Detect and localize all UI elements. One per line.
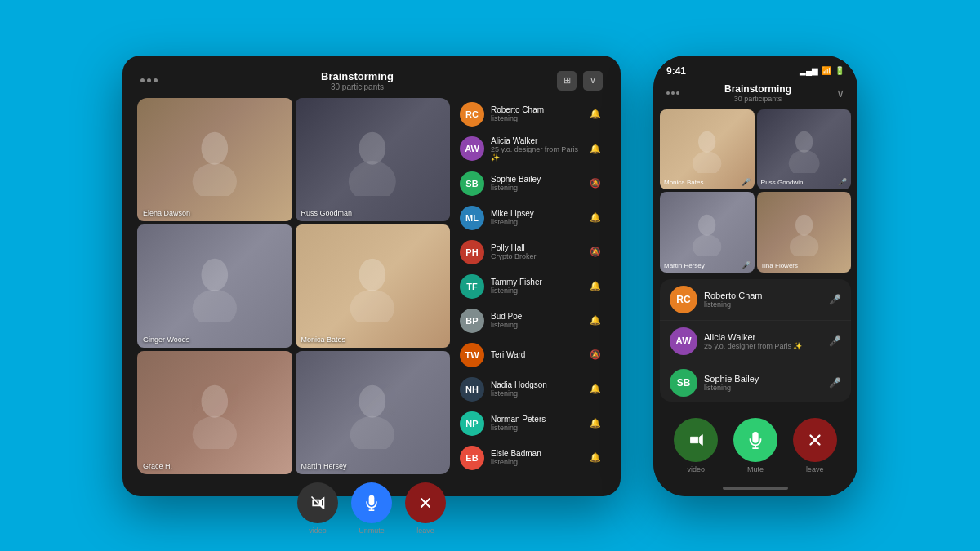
list-item[interactable]: SB Sophie Bailey listening 🔕	[455, 167, 606, 200]
phone-participant-info: Alicia Walker 25 y.o. designer from Pari…	[704, 332, 822, 350]
svg-point-8	[201, 384, 228, 417]
phone-menu-dots[interactable]	[666, 91, 679, 95]
svg-point-6	[359, 258, 386, 291]
phone-video-name-monica: Monica Bates	[664, 179, 703, 186]
list-item[interactable]: EB Elsie Badman listening 🔔	[455, 442, 606, 474]
svg-point-7	[350, 290, 394, 323]
svg-point-23	[795, 214, 813, 235]
list-item[interactable]: TW Teri Ward 🔕	[455, 339, 606, 371]
leave-control-wrap: leave	[405, 482, 446, 535]
participant-name: Polly Hall	[491, 243, 583, 252]
mute-icon: 🔔	[590, 281, 601, 291]
phone-participant-name: Roberto Cham	[704, 291, 822, 300]
phone-title-block: Brainstorming 30 participants	[724, 83, 791, 103]
phone-mic-icon: 🎤	[742, 178, 751, 186]
tablet-participant-count: 30 participants	[321, 82, 394, 91]
avatar-bud: BP	[460, 309, 484, 333]
phone-participant-status: listening	[704, 384, 822, 392]
avatar-polly: PH	[460, 240, 484, 264]
svg-point-9	[193, 416, 237, 450]
video-feed-ginger	[137, 224, 292, 348]
phone-participant-name: Sophie Bailey	[704, 374, 822, 384]
collapse-button[interactable]: ∨	[583, 71, 603, 91]
mute-icon: 🔕	[590, 178, 601, 189]
phone-home-bar	[723, 487, 788, 490]
phone-video-control-wrap: video	[674, 418, 718, 473]
phone-video-name-russ: Russ Goodwin	[761, 179, 804, 186]
list-item[interactable]: NP Norman Peters listening 🔔	[455, 407, 606, 440]
phone-video-feed-russ	[757, 109, 852, 190]
mute-control-wrap: Unmute	[351, 482, 392, 535]
svg-point-2	[359, 131, 386, 164]
participant-info: Nadia Hodgson listening	[491, 380, 583, 398]
participant-list: RC Roberto Cham listening 🔔 AW Alicia Wa…	[455, 98, 606, 474]
phone-mic-icon: 🎤	[829, 377, 841, 389]
list-item[interactable]: PH Polly Hall Crypto Broker 🔕	[455, 236, 606, 269]
tablet-body: Elena Dawson Russ Goodman	[137, 98, 606, 474]
phone-mic-icon: 🎤	[838, 178, 847, 186]
mute-button[interactable]	[351, 482, 392, 523]
participant-status: listening	[491, 287, 583, 295]
avatar-teri: TW	[460, 343, 484, 367]
mute-icon: 🔔	[590, 452, 601, 463]
list-item[interactable]: BP Bud Poe listening 🔔	[455, 304, 606, 337]
participant-info: Tammy Fisher listening	[491, 278, 583, 295]
phone-leave-button[interactable]	[793, 418, 837, 462]
phone-video-feed-tina	[757, 192, 852, 273]
phone-video-name-tina: Tina Flowers	[761, 262, 799, 269]
tablet-menu-dots[interactable]	[140, 78, 158, 82]
phone-participant-count: 30 participants	[724, 95, 791, 103]
mute-icon: 🔔	[590, 109, 601, 119]
phone-list-item[interactable]: AW Alicia Walker 25 y.o. designer from P…	[660, 321, 851, 362]
phone-avatar-roberto: RC	[670, 286, 697, 313]
phone-avatar-sophie: SB	[670, 369, 697, 397]
phone-list-item[interactable]: RC Roberto Cham listening 🎤	[660, 279, 851, 321]
battery-icon: 🔋	[835, 66, 844, 75]
phone-home-indicator	[653, 480, 858, 496]
avatar-alicia: AW	[460, 136, 484, 161]
participant-name: Norman Peters	[491, 415, 583, 424]
svg-point-24	[790, 234, 818, 256]
participant-name: Bud Poe	[491, 312, 583, 321]
list-item[interactable]: TF Tammy Fisher listening 🔔	[455, 270, 606, 303]
svg-point-1	[193, 163, 237, 197]
participant-info: Teri Ward	[491, 350, 583, 359]
list-item[interactable]: NH Nadia Hodgson listening 🔔	[455, 373, 606, 406]
phone-mute-button[interactable]	[733, 418, 777, 462]
phone-participant-status: 25 y.o. designer from Paris ✨	[704, 342, 822, 350]
video-feed-russ	[296, 98, 451, 221]
mute-icon: 🔕	[590, 349, 601, 360]
list-item[interactable]: AW Alicia Walker 25 y.o. designer from P…	[455, 132, 606, 166]
phone-video-button[interactable]	[674, 418, 718, 462]
svg-point-21	[698, 214, 715, 235]
svg-point-10	[359, 384, 386, 417]
video-feed-martin	[296, 351, 451, 474]
video-grid: Elena Dawson Russ Goodman	[137, 98, 450, 474]
phone-chevron-button[interactable]: ∨	[836, 87, 844, 100]
list-item[interactable]: RC Roberto Cham listening 🔔	[455, 98, 606, 131]
phone-participant-list: RC Roberto Cham listening 🎤 AW Alicia Wa…	[660, 279, 851, 402]
participant-info: Norman Peters listening	[491, 415, 583, 432]
svg-point-11	[350, 416, 394, 450]
tablet-title-block: Brainstorming 30 participants	[321, 70, 394, 91]
avatar-elsie: EB	[460, 446, 484, 470]
video-button[interactable]	[297, 482, 338, 523]
list-item[interactable]: ML Mike Lipsey listening 🔔	[455, 202, 606, 234]
phone-mute-control-wrap: Mute	[733, 418, 777, 473]
phone-signal-icons: ▂▄▆ 📶 🔋	[800, 66, 844, 75]
phone-call-header: Brainstorming 30 participants ∨	[653, 80, 858, 109]
participant-info: Elsie Badman listening	[491, 449, 583, 466]
participant-name: Alicia Walker	[491, 136, 583, 145]
avatar-nadia: NH	[460, 377, 484, 402]
leave-button[interactable]	[405, 482, 446, 523]
phone-mute-label: Mute	[747, 465, 764, 473]
tablet-header-icons: ⊞ ∨	[557, 71, 603, 91]
avatar-tammy: TF	[460, 274, 484, 299]
svg-point-19	[795, 131, 813, 153]
participant-status: listening	[491, 218, 583, 226]
video-feed-grace	[137, 351, 292, 474]
participant-status: listening	[491, 389, 583, 398]
grid-view-button[interactable]: ⊞	[557, 71, 577, 91]
phone-list-item[interactable]: SB Sophie Bailey listening 🎤	[660, 362, 851, 402]
avatar-norman: NP	[460, 411, 484, 436]
